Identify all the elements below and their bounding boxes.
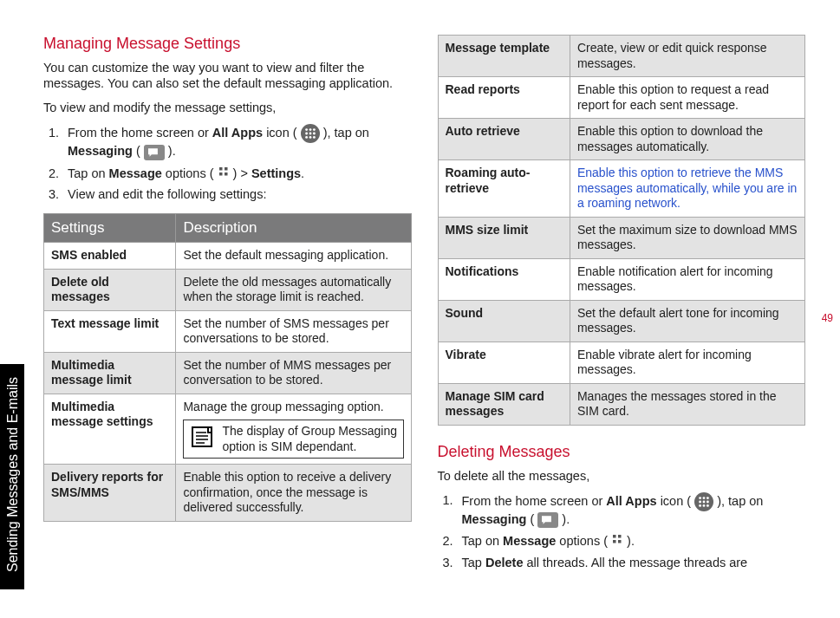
svg-point-5 [313, 133, 316, 135]
options-icon [611, 534, 627, 548]
svg-point-26 [707, 504, 709, 507]
table-row: Roaming auto-retrieve Enable this option… [438, 160, 805, 218]
heading-deleting: Deleting Messages [438, 443, 806, 461]
table-row: Sound Set the default alert tone for inc… [438, 300, 805, 342]
svg-point-20 [707, 497, 709, 499]
svg-point-3 [305, 133, 308, 135]
table-row: Notifications Enable notification alert … [438, 258, 805, 300]
table-row: Manage SIM card messages Manages the mes… [438, 383, 805, 425]
table-row: Delivery reports for SMS/MMS Enable this… [44, 465, 412, 522]
options-icon [218, 166, 233, 180]
table-row: Multimedia message settings Manage the g… [44, 394, 412, 465]
delete-step-2: Tap on Message options ( ). [457, 533, 806, 550]
svg-rect-29 [613, 540, 616, 543]
svg-rect-28 [618, 535, 622, 538]
delete-intro: To delete all the messages, [438, 468, 806, 484]
svg-rect-27 [613, 535, 616, 538]
intro-para-2: To view and modify the message settings, [43, 100, 412, 115]
table-row: MMS size limit Set the maximum size to d… [438, 217, 805, 258]
heading-managing: Managing Message Settings [43, 35, 412, 53]
svg-point-21 [699, 500, 701, 503]
step-2: Tap on Message options ( ) > Settings. [62, 166, 412, 182]
svg-point-1 [309, 129, 311, 132]
svg-point-6 [305, 136, 308, 139]
delete-step-3: Tap Delete all threads. All the message … [457, 555, 806, 571]
all-apps-icon [694, 492, 713, 511]
svg-point-25 [703, 504, 706, 507]
th-description: Description [176, 214, 411, 243]
messaging-icon [144, 145, 165, 160]
note-box: The display of Group Messaging option is… [183, 420, 403, 459]
table-row: Multimedia message limit Set the number … [44, 352, 412, 394]
step-1: From the home screen or All Apps icon ( … [62, 124, 412, 159]
svg-rect-30 [618, 540, 622, 543]
intro-para-1: You can customize the way you want to vi… [43, 60, 412, 91]
table-row: Delete old messages Delete the old messa… [44, 269, 412, 310]
all-apps-icon [301, 124, 320, 143]
svg-point-0 [305, 129, 308, 132]
svg-rect-10 [225, 167, 228, 171]
settings-table-left: Settings Description SMS enabled Set the… [43, 213, 412, 522]
page-number: 49 [822, 312, 833, 324]
table-row: SMS enabled Set the default messaging ap… [44, 243, 412, 270]
settings-table-right: Message template Create, view or edit qu… [438, 35, 806, 426]
svg-point-18 [699, 497, 701, 499]
svg-point-24 [699, 504, 701, 507]
th-settings: Settings [44, 214, 176, 243]
delete-step-1: From the home screen or All Apps icon ( … [457, 492, 806, 528]
svg-point-8 [313, 136, 316, 139]
side-tab-label: Sending Messages and E-mails [5, 558, 21, 572]
messaging-icon [537, 512, 558, 528]
svg-point-7 [309, 136, 311, 139]
link-text[interactable]: Enable this option to retrieve the MMS m… [577, 166, 797, 210]
note-text: The display of Group Messaging option is… [222, 424, 397, 454]
svg-point-22 [703, 500, 706, 503]
table-row: Read reports Enable this option to reque… [438, 77, 805, 119]
note-icon [189, 424, 215, 454]
svg-point-23 [707, 500, 709, 503]
svg-rect-9 [219, 167, 223, 171]
table-row: Message template Create, view or edit qu… [438, 36, 805, 77]
step-3: View and edit the following settings: [62, 186, 412, 203]
table-row: Vibrate Enable vibrate alert for incomin… [438, 342, 805, 383]
table-row: Auto retrieve Enable this option to down… [438, 119, 805, 160]
table-row: Text message limit Set the number of SMS… [44, 310, 412, 352]
svg-point-4 [309, 133, 311, 135]
svg-point-2 [313, 129, 316, 132]
svg-rect-12 [225, 172, 228, 176]
svg-point-19 [703, 497, 706, 499]
svg-rect-11 [219, 172, 223, 176]
